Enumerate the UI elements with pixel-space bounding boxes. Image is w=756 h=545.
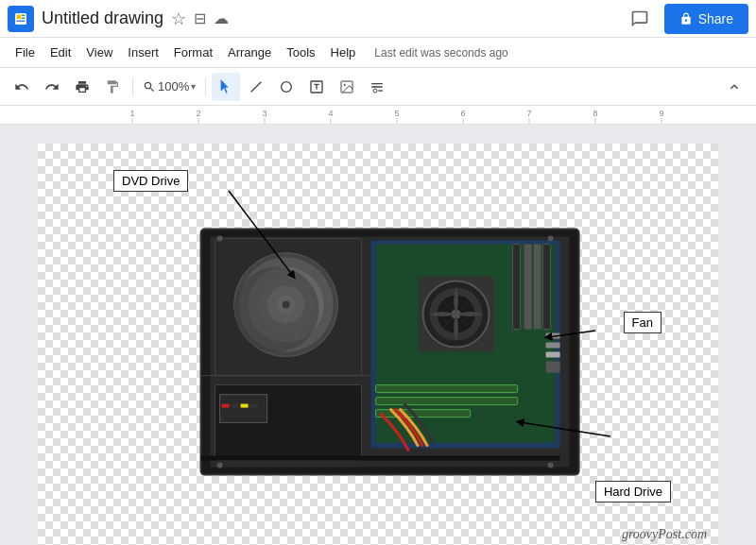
svg-point-13	[373, 89, 377, 93]
svg-rect-48	[250, 404, 258, 408]
menu-help[interactable]: Help	[323, 42, 364, 63]
svg-rect-31	[546, 343, 560, 349]
svg-rect-27	[376, 385, 518, 393]
toolbar: 100% ▾	[0, 68, 756, 106]
textbox-tool[interactable]	[302, 73, 331, 101]
title-bar: Untitled drawing ☆ ⊟ ☁ Share	[0, 0, 756, 38]
svg-rect-29	[376, 410, 471, 417]
share-button[interactable]: Share	[664, 4, 748, 34]
svg-point-7	[282, 81, 292, 92]
svg-rect-47	[241, 404, 249, 408]
select-tool[interactable]	[212, 73, 240, 101]
ruler-tick-2: 2	[196, 109, 200, 124]
svg-point-51	[217, 463, 223, 468]
svg-rect-12	[371, 86, 383, 87]
comment-button[interactable]	[623, 2, 657, 36]
hard-drive-label: Hard Drive	[595, 481, 671, 502]
star-icon[interactable]: ☆	[171, 9, 186, 29]
insert-more-button[interactable]	[363, 73, 391, 101]
zoom-level: 100%	[158, 79, 189, 94]
fan-label: Fan	[624, 312, 662, 333]
drawing-canvas[interactable]: DVD Drive Fan Hard Drive groovyPost.com	[38, 144, 718, 545]
svg-rect-2	[17, 14, 22, 19]
menu-edit[interactable]: Edit	[43, 42, 78, 63]
ruler-tick-8: 8	[593, 109, 597, 124]
zoom-dropdown[interactable]: 100% ▾	[139, 77, 199, 95]
svg-rect-5	[17, 20, 26, 22]
svg-rect-24	[524, 245, 532, 330]
header-right: Share	[623, 2, 748, 36]
svg-point-53	[217, 236, 223, 242]
drive-icon[interactable]: ⊟	[194, 9, 206, 27]
svg-rect-46	[232, 404, 239, 408]
undo-button[interactable]	[8, 73, 36, 101]
svg-point-52	[548, 463, 554, 468]
svg-rect-28	[376, 398, 518, 405]
shape-tool[interactable]	[272, 73, 301, 101]
svg-rect-23	[513, 245, 521, 330]
svg-rect-32	[546, 352, 560, 358]
menu-insert[interactable]: Insert	[120, 42, 166, 63]
separator-1	[132, 77, 133, 96]
svg-rect-25	[534, 245, 541, 330]
dvd-drive-label: DVD Drive	[113, 170, 188, 192]
menu-file[interactable]: File	[8, 42, 43, 63]
svg-rect-4	[22, 17, 26, 19]
document-title[interactable]: Untitled drawing	[42, 9, 163, 28]
last-edit-status: Last edit was seconds ago	[374, 46, 507, 60]
svg-rect-44	[220, 395, 267, 423]
line-tool[interactable]	[242, 73, 270, 101]
svg-rect-3	[22, 14, 26, 16]
svg-rect-11	[371, 83, 383, 84]
menu-tools[interactable]: Tools	[279, 42, 322, 63]
image-tool[interactable]	[333, 73, 361, 101]
app-icon	[8, 6, 34, 32]
ruler: 1 2 3 4 5 6 7 8 9	[0, 106, 756, 125]
share-label: Share	[698, 11, 733, 26]
menu-arrange[interactable]: Arrange	[220, 42, 279, 63]
watermark: groovyPost.com	[622, 527, 707, 542]
ruler-tick-5: 5	[394, 109, 399, 124]
svg-rect-50	[201, 456, 560, 461]
menu-view[interactable]: View	[78, 42, 120, 63]
svg-point-10	[344, 83, 346, 85]
svg-line-6	[251, 81, 262, 92]
computer-image	[192, 220, 589, 485]
svg-rect-30	[546, 333, 560, 339]
svg-rect-33	[546, 362, 560, 373]
ruler-tick-9: 9	[659, 109, 663, 124]
ruler-tick-7: 7	[526, 109, 531, 124]
ruler-inner: 1 2 3 4 5 6 7 8 9	[76, 106, 756, 124]
print-button[interactable]	[68, 73, 96, 101]
redo-button[interactable]	[38, 73, 66, 101]
collapse-toolbar-button[interactable]	[720, 73, 748, 101]
ruler-tick-1: 1	[129, 109, 134, 124]
cloud-icon[interactable]: ☁	[214, 9, 229, 27]
menu-format[interactable]: Format	[166, 42, 220, 63]
separator-2	[205, 77, 206, 96]
svg-point-42	[234, 267, 319, 352]
canvas-area[interactable]: DVD Drive Fan Hard Drive groovyPost.com	[0, 125, 756, 545]
ruler-tick-3: 3	[262, 109, 266, 124]
svg-rect-26	[543, 245, 551, 330]
menu-bar: File Edit View Insert Format Arrange Too…	[0, 38, 756, 68]
title-icons: ☆ ⊟ ☁	[171, 9, 229, 29]
svg-rect-45	[222, 404, 230, 408]
paint-format-button[interactable]	[98, 73, 127, 101]
svg-point-54	[548, 236, 554, 242]
ruler-tick-4: 4	[328, 109, 333, 124]
ruler-tick-6: 6	[460, 109, 465, 124]
